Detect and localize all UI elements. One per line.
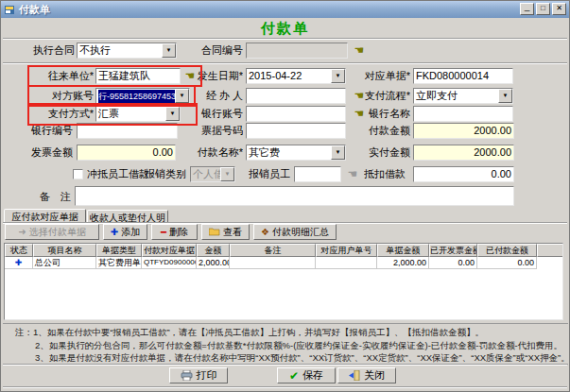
table-cell[interactable]	[316, 257, 377, 269]
chevron-down-icon[interactable]: ▼	[498, 89, 512, 103]
counterparty-field[interactable]: 王猛建筑队	[95, 68, 181, 84]
table-cell[interactable]: 0.00	[477, 257, 537, 269]
reimburse-emp-label: 报销员工	[249, 166, 290, 182]
deduct-loan-field[interactable]: 0.00	[413, 166, 514, 182]
pay-amount-label: 付款金额	[346, 123, 410, 139]
column-header[interactable]: 单据类型	[96, 244, 142, 257]
handler-field[interactable]	[246, 88, 346, 104]
divider	[3, 62, 567, 64]
offset-loan-label: 冲抵员工借款	[87, 166, 153, 182]
actual-amount-label: 实付金额	[346, 145, 410, 161]
column-header[interactable]: 状态	[5, 244, 33, 257]
notes-panel: 注：1、如果在付款中要“报销员工借款”，请在【冲抵员工借款】上打钩，并填写好【报…	[3, 323, 568, 365]
pay-flow-select[interactable]: 立即支付▼	[413, 88, 513, 104]
payment-docs-table: 状态 项目名称 单据类型 付款对应单据 金额 备注 对应用户单号 单据金额 已开…	[4, 243, 563, 320]
chevron-down-icon[interactable]: ▼	[162, 43, 176, 58]
picker-hand-icon-disabled: ☚	[345, 166, 360, 182]
column-header[interactable]: 付款对应单据	[142, 244, 197, 257]
table-cell[interactable]: QTFYD090000004	[142, 257, 197, 269]
folder-icon	[209, 228, 220, 236]
column-header[interactable]: 备注	[230, 244, 316, 257]
note-line: 注：1、如果在付款中要“报销员工借款”，请在【冲抵员工借款】上打钩，并填写好【报…	[15, 326, 568, 339]
exec-contract-select[interactable]: 不执行▼	[77, 43, 177, 59]
bank-account-field[interactable]	[246, 106, 346, 122]
column-header[interactable]: 对应用户单号	[316, 244, 377, 257]
bank-no-field[interactable]	[77, 123, 178, 139]
delete-button[interactable]: ━ 删除	[151, 224, 198, 240]
reimburse-type-label: 报销类别	[145, 166, 186, 182]
handler-label: 经 办 人	[179, 88, 243, 104]
column-header[interactable]: 已付款金额	[477, 244, 537, 257]
column-header[interactable]: 金额	[197, 244, 230, 257]
table-row-status-icon[interactable]: ✚	[5, 257, 33, 269]
close-icon[interactable]: ✕	[552, 3, 566, 15]
printer-icon	[181, 370, 193, 381]
chevron-down-icon[interactable]: ▼	[331, 69, 345, 83]
remark-textarea[interactable]	[75, 186, 514, 206]
deduct-loan-label: 抵扣借款	[364, 166, 406, 182]
page-title: 付款单	[1, 20, 569, 38]
chevron-down-icon[interactable]: ▼	[331, 145, 345, 160]
other-account-select[interactable]: 行-95581258697453296665▼	[95, 88, 190, 104]
picker-hand-icon[interactable]: ☚	[352, 43, 367, 59]
table-cell[interactable]: 其它费用单	[96, 257, 142, 269]
bill-no-field[interactable]	[246, 123, 346, 139]
column-header[interactable]: 已开发票金额	[429, 244, 477, 257]
invoice-amount-label: 发票金额	[9, 145, 73, 161]
bank-name-label: 银行名称	[346, 106, 410, 122]
title-bar: 付款单 ─ □ ✕	[1, 1, 569, 18]
table-cell[interactable]: 2,000.00	[197, 257, 230, 269]
check-icon: ✔	[289, 369, 299, 383]
occur-date-select[interactable]: 2015-04-22▼	[246, 68, 346, 84]
exec-contract-label: 执行合同	[10, 43, 75, 59]
save-button[interactable]: ✔ 保存	[277, 367, 336, 383]
pay-amount-field[interactable]: 2000.00	[413, 123, 514, 139]
note-line: 3、如果是付款没有对应付款单据，请在付款名称中写明“XX预付款”、“XX订货款”…	[15, 351, 568, 365]
contract-no-label: 合同编号	[179, 43, 243, 59]
column-header[interactable]: 项目名称	[33, 244, 96, 257]
pay-method-select[interactable]: 汇票▼	[95, 106, 181, 122]
minus-icon: ━	[161, 227, 166, 237]
table-cell[interactable]: 0.00	[429, 257, 477, 269]
offset-loan-checkbox[interactable]	[73, 169, 83, 179]
tab-payee-details[interactable]: 收款人或垫付人明细	[87, 210, 168, 223]
counterparty-label: 往来单位*	[29, 68, 94, 84]
view-button[interactable]: 查看	[201, 224, 250, 240]
chevron-down-icon[interactable]: ▼	[165, 107, 180, 121]
arrow-right-icon: ➜	[18, 227, 26, 237]
pay-name-select[interactable]: 其它费▼	[246, 145, 346, 161]
column-header[interactable]: 单据金额	[377, 244, 429, 257]
invoice-amount-field[interactable]: 0.00	[77, 145, 176, 161]
bank-account-label: 银行账号	[179, 106, 243, 122]
maximize-icon[interactable]: □	[536, 3, 550, 15]
payment-order-window: 付款单 ─ □ ✕ 付款单 执行合同 不执行▼ 合同编号 ☚ 往来单位* 王猛建…	[0, 0, 570, 392]
actual-amount-field[interactable]: 2000.00	[413, 145, 514, 161]
remark-label: 备 注	[29, 189, 71, 205]
table-cell[interactable]: 总公司	[33, 257, 96, 269]
exit-door-icon	[349, 370, 360, 381]
window-title: 付款单	[19, 3, 50, 17]
divider	[3, 38, 567, 40]
contract-no-field	[246, 43, 348, 59]
minimize-icon[interactable]: ─	[520, 3, 534, 15]
divider	[3, 386, 567, 388]
reimburse-type-select: 个人借款▼	[190, 166, 235, 182]
tab-payable-docs[interactable]: 应付款对应单据	[4, 209, 86, 223]
ref-doc-label: 对应单据*	[346, 68, 410, 84]
summary-button[interactable]: ❖ 付款明细汇总	[253, 224, 337, 240]
table-cell[interactable]: 2,000.00	[377, 257, 429, 269]
select-doc-button: ➜ 选择付款单据	[5, 224, 99, 240]
reimburse-emp-field[interactable]	[294, 166, 341, 182]
ref-doc-field[interactable]: FKD080000014	[413, 68, 513, 84]
table-cell[interactable]	[230, 257, 316, 269]
bill-no-label: 票据号码	[179, 123, 243, 139]
print-button[interactable]: 打印	[169, 367, 228, 383]
summary-icon: ❖	[261, 227, 269, 237]
add-button[interactable]: ✚ 添加	[103, 224, 147, 240]
close-button[interactable]: 关闭	[337, 367, 396, 383]
note-line: 2、如果执行的分包合同，那么可付款金额=付款基数*付款限额%-(应收履约保证金-…	[15, 339, 568, 352]
bank-no-label: 银行编号	[9, 123, 73, 139]
pay-name-label: 付款名称*	[179, 145, 243, 161]
pay-method-label: 支付方式*	[29, 106, 94, 122]
bank-name-field[interactable]	[413, 106, 513, 122]
